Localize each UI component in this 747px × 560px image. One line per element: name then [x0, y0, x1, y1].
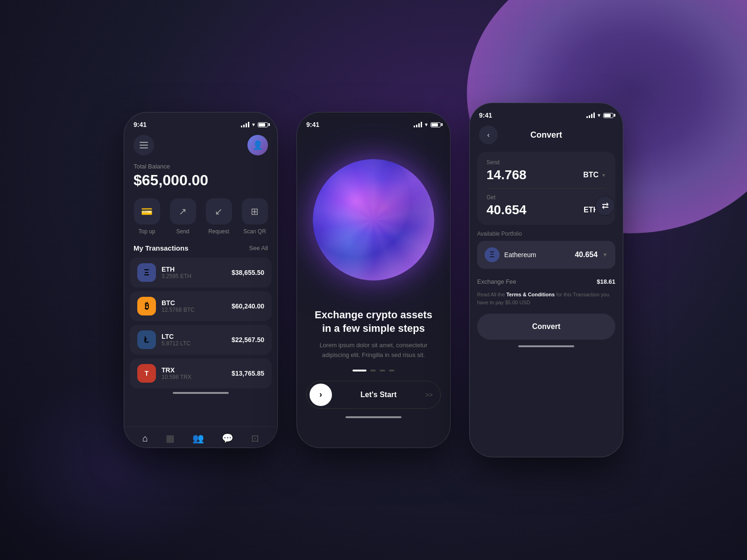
- send-caret: ▼: [601, 173, 606, 178]
- phone-onboarding: 9:41 ▾: [296, 112, 451, 448]
- tx-ltc-info: LTC 5.8712 LTC: [162, 333, 226, 347]
- convert-button[interactable]: Convert: [477, 314, 615, 340]
- home-indicator-3: [518, 345, 574, 347]
- request-label: Request: [208, 228, 229, 235]
- terms-bold[interactable]: Terms & Conditions: [506, 292, 555, 297]
- nav-chat[interactable]: 💬: [222, 433, 233, 444]
- portfolio-caret: ▼: [602, 252, 608, 258]
- nav-users[interactable]: 👥: [192, 433, 204, 444]
- portfolio-name: Eathereum: [504, 251, 570, 259]
- status-bar-1: 9:41 ▾: [124, 112, 277, 131]
- status-icons-3: ▾: [586, 112, 613, 119]
- tx-eth-value: $38,655.50: [232, 269, 264, 276]
- terms-text: Read All the Terms & Conditions for this…: [470, 289, 623, 312]
- scan-icon: ⊞: [242, 198, 268, 224]
- status-bar-2: 9:41 ▾: [297, 112, 450, 131]
- start-btn-arrow-icon: ›: [310, 384, 332, 406]
- trx-icon: T: [137, 364, 156, 383]
- get-amount[interactable]: 40.654: [486, 203, 527, 217]
- orb-container: [297, 131, 450, 308]
- start-button[interactable]: › Let's Start >>: [306, 381, 441, 409]
- send-label: Send: [176, 228, 189, 235]
- convert-button-label: Convert: [532, 322, 560, 331]
- dot-3[interactable]: [380, 370, 385, 371]
- get-label: Get: [486, 194, 606, 201]
- status-icons-1: ▾: [241, 121, 268, 128]
- portfolio-eth-icon: Ξ: [485, 247, 500, 262]
- menu-button[interactable]: [134, 135, 154, 155]
- battery-icon-1: [258, 122, 268, 127]
- portfolio-value: 40.654: [575, 251, 598, 259]
- dot-2[interactable]: [370, 370, 376, 371]
- dot-4[interactable]: [389, 370, 395, 371]
- tx-ltc-name: LTC: [162, 333, 226, 340]
- status-bar-3: 9:41 ▾: [470, 103, 623, 122]
- tx-eth[interactable]: Ξ ETH 3.2595 ETH $38,655.50: [130, 258, 272, 287]
- tx-ltc-amount: 5.8712 LTC: [162, 340, 226, 347]
- wifi-icon-3: ▾: [598, 112, 600, 119]
- battery-icon-3: [603, 113, 613, 118]
- scan-label: Scan QR: [243, 228, 266, 235]
- tx-btc[interactable]: ₿ BTC 12.5768 BTC $60,240.00: [130, 291, 272, 321]
- fee-row: Exchange Fee $18.61: [470, 274, 623, 289]
- tx-ltc[interactable]: Ł LTC 5.8712 LTC $22,567.50: [130, 325, 272, 355]
- tx-btc-amount: 12.5768 BTC: [162, 307, 226, 313]
- signal-icon-2: [414, 122, 422, 127]
- wifi-icon-1: ▾: [252, 121, 255, 128]
- send-button[interactable]: ↗ Send: [170, 198, 196, 235]
- topup-label: Top up: [138, 228, 155, 235]
- tx-trx-name: TRX: [162, 366, 226, 374]
- status-time-3: 9:41: [479, 112, 492, 119]
- eth-icon: Ξ: [137, 263, 156, 282]
- phone-convert: 9:41 ▾ ‹ Convert Send: [469, 103, 623, 457]
- swap-button[interactable]: ⇄: [595, 196, 615, 216]
- nav-home[interactable]: ⌂: [142, 433, 148, 444]
- portfolio-item[interactable]: Ξ Eathereum 40.654 ▼: [477, 241, 615, 269]
- signal-icon-1: [241, 122, 249, 127]
- terms-prefix: Read All the: [477, 292, 506, 297]
- send-card: Send 14.768 BTC ▼ Get 40.654 ETH ▼ ⇄: [477, 152, 615, 225]
- portfolio-section: Available Portfolio Ξ Eathereum 40.654 ▼: [477, 231, 615, 269]
- tx-btc-info: BTC 12.5768 BTC: [162, 299, 226, 313]
- start-btn-container: › Let's Start >>: [297, 381, 450, 409]
- tx-trx-value: $13,765.85: [232, 370, 264, 377]
- send-row: 14.768 BTC ▼: [486, 168, 606, 182]
- home-indicator-1: [173, 392, 229, 394]
- onboarding-description: Lorem ipsum dolor sit amet, consectetur …: [311, 341, 436, 360]
- balance-amount: $65,000.00: [134, 172, 268, 189]
- signal-icon-3: [586, 112, 595, 118]
- avatar[interactable]: 👤: [247, 135, 268, 155]
- back-button[interactable]: ‹: [479, 126, 498, 144]
- onboarding-text: Exchange crypto assets in a few simple s…: [297, 308, 450, 360]
- nav-chart[interactable]: ▦: [166, 433, 175, 444]
- ltc-icon: Ł: [137, 330, 156, 349]
- tx-trx-amount: 10.598 TRX: [162, 374, 226, 380]
- convert-title: Convert: [498, 130, 595, 140]
- bottom-nav: ⌂ ▦ 👥 💬 ⊡: [124, 427, 277, 448]
- tx-ltc-value: $22,567.50: [232, 336, 264, 343]
- see-all-link[interactable]: See All: [249, 245, 268, 252]
- send-icon: ↗: [170, 198, 196, 224]
- onboarding-content: Exchange crypto assets in a few simple s…: [297, 131, 450, 448]
- dot-1[interactable]: [352, 370, 366, 371]
- convert-header: ‹ Convert: [470, 122, 623, 152]
- dots-indicator: [352, 370, 395, 371]
- exchange-fee-value: $18.61: [597, 278, 615, 285]
- nav-wallet[interactable]: ⊡: [251, 433, 259, 444]
- request-button[interactable]: ↙ Request: [206, 198, 232, 235]
- send-currency[interactable]: BTC ▼: [583, 171, 606, 179]
- dashboard-header: 👤: [124, 131, 277, 163]
- wifi-icon-2: ▾: [425, 121, 428, 128]
- send-amount[interactable]: 14.768: [486, 168, 527, 182]
- topup-icon: 💳: [134, 198, 160, 224]
- transactions-header: My Transactions See All: [124, 244, 277, 258]
- tx-btc-name: BTC: [162, 299, 226, 307]
- topup-button[interactable]: 💳 Top up: [134, 198, 160, 235]
- balance-section: Total Balance $65,000.00: [124, 163, 277, 198]
- scan-button[interactable]: ⊞ Scan QR: [242, 198, 268, 235]
- tx-trx[interactable]: T TRX 10.598 TRX $13,765.85: [130, 358, 272, 388]
- status-icons-2: ▾: [414, 121, 441, 128]
- start-btn-arrows: >>: [425, 391, 433, 399]
- exchange-fee-label: Exchange Fee: [477, 278, 516, 285]
- transactions-title: My Transactions: [134, 244, 189, 252]
